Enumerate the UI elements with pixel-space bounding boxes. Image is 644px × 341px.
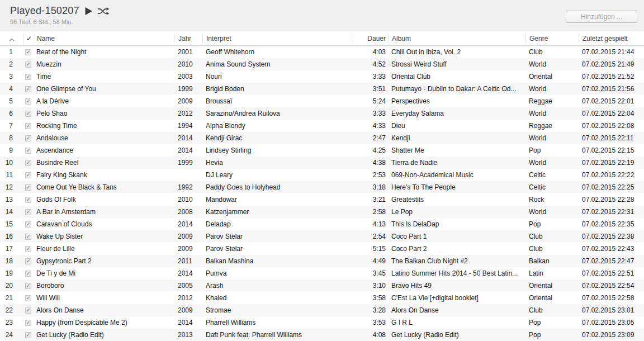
- cell-duration: 5:24: [353, 95, 388, 107]
- table-row[interactable]: 19 ✓ De Ti y de Mi 2014 Pumva 3:45 Latin…: [0, 267, 644, 280]
- column-header-last-played[interactable]: Zuletzt gespielt: [579, 34, 644, 43]
- cell-duration: 3:51: [353, 83, 388, 95]
- table-row[interactable]: 10 ✓ Busindre Reel 1999 Hevia 4:38 Tierr…: [0, 157, 644, 169]
- row-number: 23: [0, 316, 23, 329]
- cell-duration: 3:21: [353, 193, 388, 206]
- column-header-name[interactable]: Name: [35, 34, 174, 43]
- track-checkbox[interactable]: ✓: [25, 307, 31, 314]
- cell-year: 2010: [174, 58, 202, 70]
- table-row[interactable]: 20 ✓ Boroboro 2005 Arash 3:10 Bravo Hits…: [0, 280, 644, 292]
- table-row[interactable]: 3 ✓ Time 2003 Nouri 3:33 Oriental Club O…: [0, 70, 644, 83]
- cell-genre: World: [525, 132, 579, 144]
- cell-artist: DJ Leary: [202, 169, 353, 181]
- shuffle-icon[interactable]: [98, 7, 110, 15]
- row-number: 1: [0, 46, 23, 58]
- table-row[interactable]: 14 ✓ A Bar in Amsterdam 2008 Katzenjamme…: [0, 206, 644, 218]
- row-number: 12: [0, 181, 23, 193]
- cell-last-played: 07.02.2015 21:56: [579, 83, 644, 95]
- cell-album: G I R L: [388, 316, 525, 329]
- cell-last-played: 07.02.2015 22:38: [579, 230, 644, 243]
- table-row[interactable]: 2 ✓ Muezzin 2010 Anima Sound System 4:52…: [0, 58, 644, 70]
- table-header: ✓ Name Jahr Interpret Dauer Album Genre …: [0, 31, 644, 46]
- table-row[interactable]: 5 ✓ A la Dérive 2009 Broussaï 5:24 Persp…: [0, 95, 644, 107]
- track-checkbox[interactable]: ✓: [25, 172, 31, 178]
- column-header-duration[interactable]: Dauer: [353, 34, 388, 43]
- track-checkbox[interactable]: ✓: [25, 86, 31, 92]
- cell-genre: Latin: [525, 267, 579, 280]
- table-row[interactable]: 18 ✓ Gypsytronic Part 2 2011 Balkan Mash…: [0, 255, 644, 267]
- track-checkbox[interactable]: ✓: [25, 295, 31, 301]
- cell-genre: Club: [525, 304, 579, 316]
- table-row[interactable]: 16 ✓ Wake Up Sister 2009 Parov Stelar 2:…: [0, 230, 644, 243]
- column-header-year[interactable]: Jahr: [174, 34, 202, 43]
- track-checkbox[interactable]: ✓: [25, 74, 31, 80]
- track-checkbox[interactable]: ✓: [25, 221, 31, 228]
- cell-last-played: 07.02.2015 22:43: [579, 243, 644, 255]
- cell-last-played: 07.02.2015 22:51: [579, 267, 644, 280]
- cell-duration: 4:03: [353, 46, 388, 58]
- table-row[interactable]: 1 ✓ Beat of the Night 2001 Geoff Whiteho…: [0, 46, 644, 58]
- track-checkbox[interactable]: ✓: [25, 160, 31, 166]
- row-number: 21: [0, 292, 23, 304]
- track-checkbox[interactable]: ✓: [25, 283, 31, 289]
- checkmark-icon: ✓: [26, 197, 31, 202]
- table-row[interactable]: 8 ✓ Andalouse 2014 Kendji Girac 2:47 Ken…: [0, 132, 644, 144]
- cell-album: Greatestits: [388, 193, 525, 206]
- add-button[interactable]: Hinzufügen ...: [566, 11, 637, 23]
- column-header-artist[interactable]: Interpret: [202, 34, 353, 43]
- table-row[interactable]: 15 ✓ Caravan of Clouds 2014 Deladap 4:13…: [0, 218, 644, 230]
- track-checkbox[interactable]: ✓: [25, 123, 31, 129]
- track-checkbox[interactable]: ✓: [25, 49, 31, 55]
- cell-duration: 4:52: [353, 58, 388, 70]
- track-checkbox[interactable]: ✓: [25, 98, 31, 105]
- table-row[interactable]: 11 ✓ Fairy King Skank DJ Leary 2:53 069-…: [0, 169, 644, 181]
- column-header-order[interactable]: [0, 34, 23, 43]
- track-checkbox[interactable]: ✓: [25, 271, 31, 277]
- row-number: 15: [0, 218, 23, 230]
- table-row[interactable]: 24 ✓ Get Lucky (Radio Edit) 2013 Daft Pu…: [0, 329, 644, 341]
- table-row[interactable]: 4 ✓ One Glimpse of You 1999 Brigid Boden…: [0, 83, 644, 95]
- track-checkbox[interactable]: ✓: [25, 61, 31, 68]
- track-checkbox[interactable]: ✓: [25, 258, 31, 264]
- cell-year: 2009: [174, 243, 202, 255]
- cell-name: Ascendance: [35, 144, 174, 157]
- cell-album: Here's To The People: [388, 181, 525, 193]
- cell-genre: Pop: [525, 144, 579, 157]
- track-checkbox[interactable]: ✓: [25, 111, 31, 117]
- track-checkbox[interactable]: ✓: [25, 135, 31, 141]
- cell-year: 2008: [174, 206, 202, 218]
- table-row[interactable]: 6 ✓ Pelo Shao 2012 Sarazino/Andrea Ruilo…: [0, 107, 644, 120]
- table-row[interactable]: 13 ✓ Gods Of Folk 2010 Mandowar 3:21 Gre…: [0, 193, 644, 206]
- cell-album: Tierra de Nadie: [388, 157, 525, 169]
- column-header-genre[interactable]: Genre: [525, 34, 579, 43]
- table-row[interactable]: 22 ✓ Alors On Danse 2009 Stromae 3:28 Al…: [0, 304, 644, 316]
- track-checkbox[interactable]: ✓: [25, 320, 31, 326]
- track-checkbox[interactable]: ✓: [25, 246, 31, 252]
- cell-album: C'Est La Vie [+digital booklet]: [388, 292, 525, 304]
- cell-duration: 4:08: [353, 329, 388, 341]
- table-row[interactable]: 17 ✓ Fleur de Lille 2009 Parov Stelar 5:…: [0, 243, 644, 255]
- track-checkbox[interactable]: ✓: [25, 332, 31, 338]
- column-header-album[interactable]: Album: [388, 34, 525, 43]
- track-checkbox[interactable]: ✓: [25, 234, 31, 240]
- row-number: 18: [0, 255, 23, 267]
- checkmark-icon: ✓: [26, 87, 31, 92]
- track-checkbox[interactable]: ✓: [25, 184, 31, 191]
- cell-genre: Oriental: [525, 280, 579, 292]
- table-row[interactable]: 21 ✓ Wili Wili 2012 Khaled 3:58 C'Est La…: [0, 292, 644, 304]
- table-row[interactable]: 23 ✓ Happy (from Despicable Me 2) 2014 P…: [0, 316, 644, 329]
- play-icon[interactable]: [84, 7, 93, 16]
- track-checkbox[interactable]: ✓: [25, 197, 31, 203]
- table-row[interactable]: 7 ✓ Rocking Time 1994 Alpha Blondy 4:33 …: [0, 120, 644, 132]
- table-row[interactable]: 9 ✓ Ascendance 2014 Lindsey Stirling 4:2…: [0, 144, 644, 157]
- track-checkbox[interactable]: ✓: [25, 148, 31, 154]
- checkmark-icon: ✓: [26, 333, 31, 338]
- column-header-checked[interactable]: ✓: [23, 34, 35, 43]
- cell-duration: 2:53: [353, 169, 388, 181]
- track-checkbox[interactable]: ✓: [25, 209, 31, 215]
- cell-artist: Arash: [202, 280, 353, 292]
- cell-album: 069-Non-Academical Music: [388, 169, 525, 181]
- cell-album: Strossi Weird Stuff: [388, 58, 525, 70]
- cell-name: A la Dérive: [35, 95, 174, 107]
- table-row[interactable]: 12 ✓ Come Out Ye Black & Tans 1992 Paddy…: [0, 181, 644, 193]
